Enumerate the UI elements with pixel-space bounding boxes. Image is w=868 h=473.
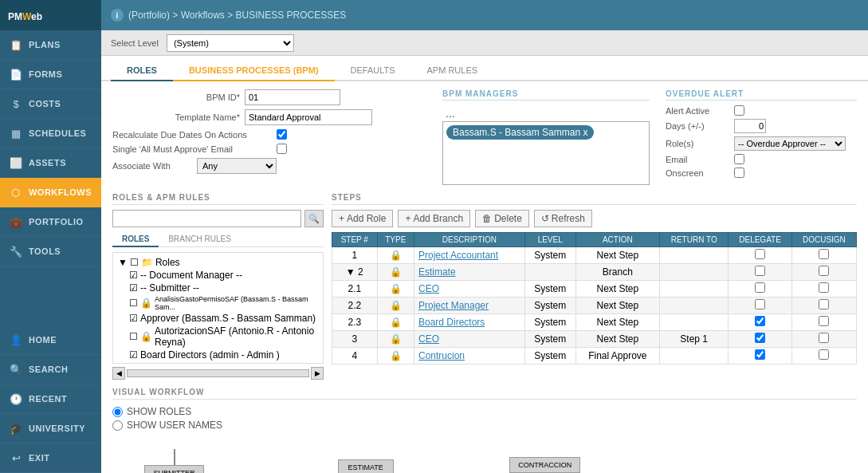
step-delegate[interactable]: [729, 281, 792, 298]
list-item[interactable]: ☐ 🔒 AnalisisGastoPermisoSAF (Bassam.S - …: [116, 294, 320, 312]
tab-defaults[interactable]: DEFAULTS: [335, 61, 411, 81]
checkbox-icon: ☑: [129, 270, 138, 281]
steps-panel: STEPS + Add Role + Add Branch 🗑 Delete: [332, 193, 857, 380]
roles-select[interactable]: -- Overdue Approver --: [734, 136, 846, 151]
step-description[interactable]: Contrucion: [414, 348, 525, 365]
step-num: 4: [332, 348, 378, 365]
roles-tab-roles[interactable]: ROLES: [112, 232, 159, 247]
sidebar-item-label: TOOLS: [29, 246, 61, 256]
sidebar-item-assets[interactable]: ⬜ ASSETS: [0, 148, 101, 178]
sidebar-item-label: UNIVERSITY: [29, 424, 85, 433]
list-item[interactable]: ▼ ☐ 📁 Roles: [116, 256, 320, 269]
lock-icon: 🔒: [140, 298, 152, 309]
roles-panel-header: ROLES & APM RULES: [112, 193, 324, 205]
days-input[interactable]: [734, 119, 766, 133]
sidebar-item-label: SCHEDULES: [29, 128, 86, 138]
list-item[interactable]: ☑ Approver (Bassam.S - Bassam Samman): [116, 312, 320, 325]
step-type: 🔒: [377, 314, 414, 331]
step-docusign[interactable]: [791, 298, 856, 314]
sidebar-item-costs[interactable]: $ COSTS: [0, 89, 101, 119]
step-delegate[interactable]: [729, 348, 792, 365]
sidebar-item-exit[interactable]: ↩ EXIT: [0, 443, 101, 473]
roles-tab-branch[interactable]: BRANCH RULES: [159, 232, 240, 247]
step-description[interactable]: Project Manager: [414, 298, 525, 314]
step-action: Next Step: [575, 331, 659, 348]
level-label: Select Level: [111, 38, 159, 48]
template-name-label: Template Name*: [112, 112, 240, 122]
days-label: Days (+/-): [666, 121, 729, 131]
list-item[interactable]: ☐ 🔒 AutorizacionSAF (Antonio.R - Antonio…: [116, 325, 320, 349]
main-content: i (Portfolio) > Workflows > BUSINESS PRO…: [101, 0, 868, 473]
scroll-left-button[interactable]: ◀: [112, 367, 125, 380]
onscreen-checkbox[interactable]: [734, 168, 744, 178]
add-branch-button[interactable]: + Add Branch: [398, 210, 470, 227]
step-action: Next Step: [575, 314, 659, 331]
roles-search-button[interactable]: 🔍: [304, 210, 324, 227]
step-docusign[interactable]: [791, 247, 856, 264]
associate-select[interactable]: Any: [197, 158, 277, 174]
bpm-add-button[interactable]: ...: [442, 105, 458, 121]
step-delegate[interactable]: [729, 247, 792, 264]
list-item[interactable]: ☑ -- Document Manager --: [116, 269, 320, 282]
step-num: 2.2: [332, 298, 378, 314]
sidebar-item-search[interactable]: 🔍 SEARCH: [0, 355, 101, 384]
step-delegate[interactable]: [729, 264, 792, 281]
recent-icon: 🕐: [10, 392, 22, 405]
scroll-right-button[interactable]: ▶: [311, 367, 324, 380]
sidebar-item-label: PORTFOLIO: [29, 217, 84, 227]
radio-show-roles[interactable]: [112, 407, 123, 417]
level-select[interactable]: (System): [167, 34, 294, 52]
step-docusign[interactable]: [791, 314, 856, 331]
email-checkbox[interactable]: [734, 154, 744, 164]
tab-bpm[interactable]: BUSINESS PROCESSES (BPM): [173, 61, 335, 81]
step-num: 1: [332, 247, 378, 264]
sidebar-item-label: RECENT: [29, 394, 67, 404]
sidebar-item-portfolio[interactable]: 💼 PORTFOLIO: [0, 207, 101, 237]
step-description[interactable]: Board Directors: [414, 314, 525, 331]
step-description[interactable]: CEO: [414, 331, 525, 348]
single-approve-label: Single 'All Must Approve' Email: [112, 144, 272, 154]
sidebar-item-workflows[interactable]: ⬡ WORKFLOWS: [0, 178, 101, 207]
sidebar-item-home[interactable]: 👤 HOME: [0, 325, 101, 355]
step-description[interactable]: Project Accountant: [414, 247, 525, 264]
step-docusign[interactable]: [791, 281, 856, 298]
form-left: BPM ID* Template Name* Recalculate Due D…: [112, 89, 426, 185]
overdue-section: OVERDUE ALERT Alert Active Days (+/-) Ro…: [666, 89, 857, 185]
sidebar-item-schedules[interactable]: ▦ SCHEDULES: [0, 119, 101, 148]
sidebar-item-university[interactable]: 🎓 UNIVERSITY: [0, 414, 101, 443]
add-role-button[interactable]: + Add Role: [332, 210, 393, 227]
sidebar-item-plans[interactable]: 📋 PLANS: [0, 30, 101, 60]
step-level: System: [524, 331, 575, 348]
roles-search-input[interactable]: [112, 210, 301, 227]
tab-apm-rules[interactable]: APM RULES: [411, 61, 494, 81]
refresh-button[interactable]: ↺ Refresh: [534, 210, 592, 227]
list-item[interactable]: ☑ Board Directors (admin - Admin ): [116, 349, 320, 361]
step-description[interactable]: Estimate: [414, 264, 525, 281]
list-item[interactable]: ☑ -- Submitter --: [116, 282, 320, 294]
step-num: 3: [332, 331, 378, 348]
single-approve-checkbox[interactable]: [277, 144, 287, 154]
step-docusign[interactable]: [791, 331, 856, 348]
sidebar-item-recent[interactable]: 🕐 RECENT: [0, 384, 101, 414]
step-docusign[interactable]: [791, 264, 856, 281]
radio-show-users-row: SHOW USER NAMES: [112, 420, 857, 431]
step-delegate[interactable]: [729, 314, 792, 331]
step-docusign[interactable]: [791, 348, 856, 365]
radio-show-users[interactable]: [112, 420, 123, 431]
template-name-input[interactable]: [245, 109, 372, 125]
step-delegate[interactable]: [729, 298, 792, 314]
show-roles-label: SHOW ROLES: [127, 406, 191, 417]
sidebar-item-tools[interactable]: 🔧 TOOLS: [0, 237, 101, 266]
sidebar: PMWeb 📋 PLANS 📄 FORMS $ COSTS ▦ SCHEDULE…: [0, 0, 101, 473]
tab-roles[interactable]: ROLES: [111, 61, 173, 81]
delete-button[interactable]: 🗑 Delete: [475, 210, 529, 227]
step-description[interactable]: CEO: [414, 281, 525, 298]
list-item[interactable]: ☐ 🔒 Business Group Head of Finance (admi…: [116, 361, 320, 364]
bpm-id-input[interactable]: [245, 89, 340, 105]
step-delegate[interactable]: [729, 331, 792, 348]
step-type: 🔒: [377, 331, 414, 348]
recalculate-checkbox[interactable]: [277, 129, 287, 140]
sidebar-item-forms[interactable]: 📄 FORMS: [0, 60, 101, 89]
col-level: LEVEL: [524, 233, 575, 247]
alert-active-checkbox[interactable]: [734, 105, 744, 116]
